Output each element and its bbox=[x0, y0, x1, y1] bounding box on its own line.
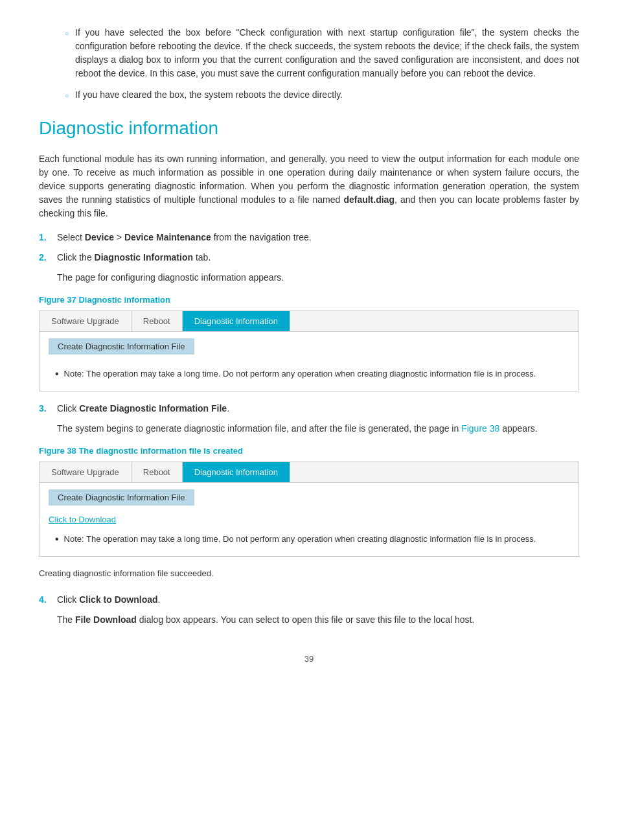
create-diagnostic-btn-37[interactable]: Create Diagnostic Information File bbox=[49, 338, 194, 355]
bullet-icon-1: ○ bbox=[65, 29, 69, 38]
figure-38-box: Software Upgrade Reboot Diagnostic Infor… bbox=[39, 461, 579, 557]
note-text-38: Note: The operation may take a long time… bbox=[64, 533, 536, 546]
figure-37-box: Software Upgrade Reboot Diagnostic Infor… bbox=[39, 310, 579, 392]
figure-38-link[interactable]: Figure 38 bbox=[461, 423, 499, 434]
create-diag-bold-3: Create Diagnostic Information File bbox=[79, 403, 227, 414]
step-1-text: Select Device > Device Maintenance from … bbox=[57, 231, 579, 244]
step-3-text: Click Create Diagnostic Information File… bbox=[57, 402, 579, 415]
figure-38-tab-row: Software Upgrade Reboot Diagnostic Infor… bbox=[40, 462, 578, 484]
device-bold: Device bbox=[85, 232, 114, 242]
figure-37-tab-row: Software Upgrade Reboot Diagnostic Infor… bbox=[40, 311, 578, 332]
bullet-text-1: If you have selected the box before "Che… bbox=[75, 26, 579, 80]
bullet-item-2: ○ If you have cleared the box, the syste… bbox=[65, 88, 579, 102]
figure-37-label: Figure 37 Diagnostic information bbox=[39, 294, 579, 307]
step-2: 2. Click the Diagnostic Information tab. bbox=[39, 251, 579, 264]
note-bullet-38: • bbox=[55, 531, 59, 547]
success-message: Creating diagnostic information file suc… bbox=[39, 567, 579, 580]
intro-bullet-section: ○ If you have selected the box before "C… bbox=[65, 26, 579, 102]
bullet-text-2: If you have cleared the box, the system … bbox=[75, 88, 579, 102]
device-maintenance-bold: Device Maintenance bbox=[124, 232, 211, 242]
step-4-text: Click Click to Download. bbox=[57, 593, 579, 607]
note-text-37: Note: The operation may take a long time… bbox=[64, 368, 536, 380]
section-heading: Diagnostic information bbox=[39, 115, 579, 142]
step-3-label: 3. bbox=[39, 402, 52, 415]
step-4: 4. Click Click to Download. bbox=[39, 593, 579, 607]
tab-diagnostic-info-37[interactable]: Diagnostic Information bbox=[183, 311, 290, 332]
bullet-icon-2: ○ bbox=[65, 91, 69, 100]
note-bullet-37: • bbox=[55, 366, 59, 382]
figure-38-body: Create Diagnostic Information File Click… bbox=[40, 483, 578, 556]
step-2-container: 2. Click the Diagnostic Information tab.… bbox=[39, 251, 579, 285]
click-to-download-link[interactable]: Click to Download bbox=[49, 513, 569, 526]
step-2-label: 2. bbox=[39, 251, 52, 264]
step-2-subtext: The page for configuring diagnostic info… bbox=[57, 271, 579, 285]
bullet-item-1: ○ If you have selected the box before "C… bbox=[65, 26, 579, 80]
tab-software-upgrade-37[interactable]: Software Upgrade bbox=[40, 311, 132, 332]
figure-38-note: • Note: The operation may take a long ti… bbox=[55, 533, 569, 547]
page-number: 39 bbox=[39, 653, 579, 666]
step-4-subtext: The File Download dialog box appears. Yo… bbox=[57, 613, 579, 627]
tab-reboot-37[interactable]: Reboot bbox=[132, 311, 183, 332]
figure-38-label: Figure 38 The diagnostic information fil… bbox=[39, 445, 579, 458]
step-4-container: 4. Click Click to Download. The File Dow… bbox=[39, 593, 579, 627]
step-3-subtext: The system begins to generate diagnostic… bbox=[57, 422, 579, 436]
tab-reboot-38[interactable]: Reboot bbox=[132, 462, 183, 483]
file-download-bold: File Download bbox=[75, 614, 137, 625]
tab-software-upgrade-38[interactable]: Software Upgrade bbox=[40, 462, 132, 483]
body-paragraph: Each functional module has its own runni… bbox=[39, 152, 579, 220]
step-2-text: Click the Diagnostic Information tab. bbox=[57, 251, 579, 264]
diagnostic-info-tab-bold: Diagnostic Information bbox=[95, 252, 193, 262]
step-1-container: 1. Select Device > Device Maintenance fr… bbox=[39, 231, 579, 244]
tab-diagnostic-info-38[interactable]: Diagnostic Information bbox=[183, 462, 290, 483]
step-4-label: 4. bbox=[39, 593, 52, 607]
step-1: 1. Select Device > Device Maintenance fr… bbox=[39, 231, 579, 244]
figure-37-body: Create Diagnostic Information File • Not… bbox=[40, 332, 578, 391]
step-1-label: 1. bbox=[39, 231, 52, 244]
step-3-container: 3. Click Create Diagnostic Information F… bbox=[39, 402, 579, 436]
create-diagnostic-btn-38[interactable]: Create Diagnostic Information File bbox=[49, 489, 194, 506]
default-diag-bold: default.diag bbox=[343, 194, 395, 205]
click-to-download-bold: Click to Download bbox=[79, 594, 157, 605]
step-3: 3. Click Create Diagnostic Information F… bbox=[39, 402, 579, 415]
figure-37-note: • Note: The operation may take a long ti… bbox=[55, 368, 569, 382]
